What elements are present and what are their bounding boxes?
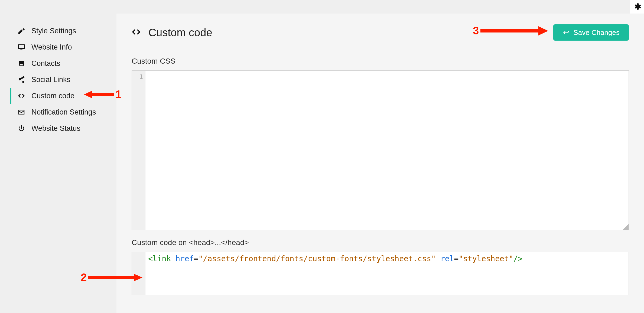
gear-icon — [633, 3, 641, 11]
sidebar-item-label: Website Info — [31, 43, 72, 51]
save-button-label: Save Changes — [573, 28, 620, 37]
editor-gutter: 1 — [132, 71, 145, 230]
page-header: Custom code Save Changes — [116, 14, 644, 49]
page-title-wrap: Custom code — [132, 27, 212, 39]
palette-icon — [17, 27, 25, 35]
annotation-number: 2 — [81, 271, 87, 283]
contacts-icon — [17, 59, 25, 67]
sidebar-item-website-info[interactable]: Website Info — [10, 39, 113, 55]
code-icon — [17, 92, 25, 100]
power-icon — [17, 124, 25, 132]
sidebar-item-style-settings[interactable]: Style Settings — [10, 23, 113, 39]
sidebar-item-social-links[interactable]: Social Links — [10, 71, 113, 88]
sidebar-item-label: Social Links — [31, 76, 70, 84]
custom-css-code-area[interactable] — [145, 71, 629, 230]
editor-gutter — [132, 252, 145, 295]
share-icon — [17, 76, 25, 84]
code-icon — [132, 27, 141, 38]
custom-head-code-area[interactable]: <link href="/assets/frontend/fonts/custo… — [145, 252, 629, 295]
custom-head-editor[interactable]: <link href="/assets/frontend/fonts/custo… — [132, 252, 629, 295]
settings-sidebar: Style Settings Website Info Contacts Soc… — [10, 23, 113, 136]
monitor-icon — [17, 43, 25, 51]
sidebar-item-label: Style Settings — [31, 27, 76, 35]
settings-gear-button[interactable] — [630, 0, 644, 14]
sidebar-item-website-status[interactable]: Website Status — [10, 120, 113, 136]
sidebar-item-label: Notification Settings — [31, 108, 96, 116]
sidebar-item-label: Custom code — [31, 92, 74, 100]
custom-css-editor[interactable]: 1 — [132, 70, 629, 230]
return-icon — [562, 29, 570, 36]
save-changes-button[interactable]: Save Changes — [553, 24, 629, 41]
mail-icon — [17, 108, 25, 116]
sidebar-item-contacts[interactable]: Contacts — [10, 55, 113, 71]
main-panel: Custom code Save Changes Custom CSS 1 Cu… — [116, 14, 644, 313]
page-title: Custom code — [148, 27, 212, 39]
custom-css-label: Custom CSS — [116, 49, 644, 70]
sidebar-item-label: Website Status — [31, 124, 80, 133]
sidebar-item-label: Contacts — [31, 59, 60, 68]
custom-head-label: Custom code on <head>...</head> — [116, 230, 644, 252]
sidebar-item-custom-code[interactable]: Custom code — [10, 88, 113, 104]
sidebar-item-notification-settings[interactable]: Notification Settings — [10, 104, 113, 120]
gutter-line: 1 — [132, 73, 145, 81]
